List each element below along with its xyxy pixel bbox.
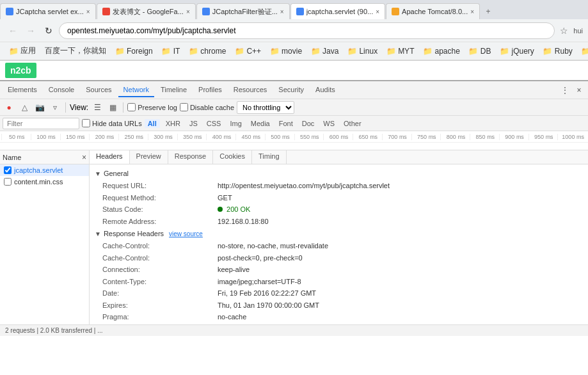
bookmark-onlinetool[interactable]: 📁 onlineTool bbox=[578, 45, 588, 57]
bookmark-star[interactable]: ☆ bbox=[560, 26, 568, 36]
filter-type-media[interactable]: Media bbox=[248, 119, 273, 128]
devtools-tab-sources[interactable]: Sources bbox=[81, 83, 116, 97]
throttle-select[interactable]: No throttling bbox=[237, 101, 294, 114]
detail-tab-preview[interactable]: Preview bbox=[130, 150, 168, 164]
disable-cache-checkbox[interactable]: Disable cache bbox=[180, 103, 234, 111]
detail-tab-cookies[interactable]: Cookies bbox=[213, 150, 252, 164]
filter-type-css[interactable]: CSS bbox=[203, 119, 225, 128]
bookmark-apache-label: apache bbox=[434, 47, 459, 56]
hide-data-urls-checkbox[interactable]: Hide data URLs bbox=[82, 119, 142, 127]
record-button[interactable]: ● bbox=[3, 101, 15, 114]
bookmark-ruby[interactable]: 📁 Ruby bbox=[539, 45, 576, 57]
bookmark-db[interactable]: 📁 DB bbox=[465, 45, 495, 57]
detail-tab-timing[interactable]: Timing bbox=[252, 150, 287, 164]
reload-button[interactable]: ↻ bbox=[41, 23, 56, 38]
filter-input[interactable] bbox=[3, 118, 79, 129]
devtools-tab-console[interactable]: Console bbox=[44, 83, 79, 97]
bookmark-baidu-label: 百度一下，你就知 bbox=[45, 45, 106, 56]
tab-1[interactable]: JCaptcha servlet ex... × bbox=[0, 3, 96, 19]
filter-type-doc[interactable]: Doc bbox=[299, 119, 318, 128]
status-ok-dot bbox=[218, 207, 223, 212]
apache-folder-icon: 📁 bbox=[423, 47, 432, 56]
file-checkbox-content-css[interactable] bbox=[4, 178, 12, 186]
devtools-more-btn[interactable]: ⋮ bbox=[559, 84, 571, 97]
disable-cache-input[interactable] bbox=[180, 103, 188, 111]
filter-type-xhr[interactable]: XHR bbox=[163, 119, 184, 128]
devtools-tab-network[interactable]: Network bbox=[118, 83, 154, 97]
tab-2-close[interactable]: × bbox=[186, 8, 190, 15]
files-panel-close[interactable]: × bbox=[82, 153, 86, 162]
tab-1-title: JCaptcha servlet ex... bbox=[16, 8, 84, 15]
bookmark-myt[interactable]: 📁 MYT bbox=[383, 45, 418, 57]
tab-5[interactable]: Apache Tomcat/8.0... × bbox=[386, 3, 480, 19]
address-bar[interactable] bbox=[59, 22, 555, 39]
request-method-key: Request Method: bbox=[102, 193, 218, 203]
bookmark-foreign[interactable]: 📁 Foreign bbox=[111, 45, 157, 57]
response-section-title: Response Headers bbox=[104, 230, 164, 237]
tab-3[interactable]: JCaptchaFilter验证... × bbox=[196, 3, 290, 19]
devtools-tab-security[interactable]: Security bbox=[273, 83, 309, 97]
forward-button[interactable]: → bbox=[23, 23, 38, 38]
response-date: Date: Fri, 19 Feb 2016 02:22:27 GMT bbox=[95, 287, 583, 299]
detail-tab-response[interactable]: Response bbox=[168, 150, 214, 164]
rh-expires-value: Thu, 01 Jan 1970 00:00:00 GMT bbox=[218, 300, 319, 311]
filter-type-other[interactable]: Other bbox=[340, 119, 365, 128]
devtools-tab-elements[interactable]: Elements bbox=[3, 83, 42, 97]
clear-button[interactable]: △ bbox=[18, 101, 31, 114]
tab-3-close[interactable]: × bbox=[280, 8, 284, 15]
tab-1-close[interactable]: × bbox=[86, 8, 90, 15]
bookmark-chrome[interactable]: 📁 chrome bbox=[185, 45, 230, 57]
response-view-source-link[interactable]: view source bbox=[169, 230, 203, 237]
new-tab-button[interactable]: + bbox=[481, 3, 496, 19]
bookmark-apache[interactable]: 📁 apache bbox=[419, 45, 463, 57]
devtools-tab-timeline[interactable]: Timeline bbox=[155, 83, 192, 97]
address-input[interactable] bbox=[67, 26, 546, 35]
bookmark-baidu[interactable]: 百度一下，你就知 bbox=[41, 44, 110, 58]
tab-5-close[interactable]: × bbox=[470, 8, 474, 15]
bookmark-movie[interactable]: 📁 movie bbox=[266, 45, 306, 57]
tab-5-title: Apache Tomcat/8.0... bbox=[402, 8, 468, 15]
rh-pragma-key: Pragma: bbox=[102, 312, 218, 323]
devtools-tab-audits[interactable]: Audits bbox=[310, 83, 340, 97]
preserve-log-input[interactable] bbox=[127, 103, 136, 111]
devtools-close-btn[interactable]: × bbox=[573, 84, 585, 97]
file-checkbox-jcaptcha[interactable] bbox=[4, 166, 12, 174]
tick-700: 700 ms bbox=[382, 134, 411, 140]
devtools-tab-profiles[interactable]: Profiles bbox=[193, 83, 227, 97]
request-url-key: Request URL: bbox=[102, 180, 218, 191]
hide-data-urls-input[interactable] bbox=[82, 119, 90, 127]
files-panel: Name × jcaptcha.servlet content.min.css bbox=[0, 150, 90, 324]
linux-folder-icon: 📁 bbox=[347, 47, 356, 56]
filter-type-font[interactable]: Font bbox=[276, 119, 296, 128]
capture-screenshots-btn[interactable]: 📷 bbox=[33, 101, 46, 114]
filter-type-js[interactable]: JS bbox=[186, 119, 201, 128]
remote-address-value: 192.168.0.18:80 bbox=[218, 216, 269, 227]
preserve-log-checkbox[interactable]: Preserve log bbox=[127, 103, 177, 111]
devtools-tab-resources[interactable]: Resources bbox=[228, 83, 273, 97]
bookmark-apps[interactable]: 📁 应用 bbox=[5, 44, 40, 58]
filter-toggle-btn[interactable]: ▿ bbox=[49, 101, 61, 114]
general-section-header[interactable]: ▼ General bbox=[95, 167, 583, 180]
tab-4-close[interactable]: × bbox=[376, 8, 379, 15]
file-item-jcaptcha[interactable]: jcaptcha.servlet bbox=[0, 164, 89, 176]
bookmark-it[interactable]: 📁 IT bbox=[158, 45, 184, 57]
bookmark-cpp[interactable]: 📁 C++ bbox=[231, 45, 265, 57]
tab-4[interactable]: jcaptcha.servlet (90... × bbox=[290, 3, 385, 19]
view-list-btn[interactable]: ☰ bbox=[91, 101, 104, 114]
bookmark-linux[interactable]: 📁 Linux bbox=[344, 45, 381, 57]
bookmark-jquery[interactable]: 📁 jQuery bbox=[497, 45, 538, 57]
filter-type-ws[interactable]: WS bbox=[320, 119, 338, 128]
back-button[interactable]: ← bbox=[5, 23, 20, 38]
tick-550: 550 ms bbox=[294, 134, 324, 140]
tick-800: 800 ms bbox=[440, 134, 470, 140]
view-large-btn[interactable]: ▦ bbox=[106, 101, 119, 114]
filter-type-img[interactable]: Img bbox=[226, 119, 244, 128]
bookmark-java[interactable]: 📁 Java bbox=[307, 45, 342, 57]
tab-2[interactable]: 发表博文 - GoogleFa... × bbox=[97, 3, 196, 19]
filter-type-all[interactable]: All bbox=[145, 119, 160, 128]
detail-tab-headers[interactable]: Headers bbox=[90, 150, 130, 164]
rh-connection-key: Connection: bbox=[102, 264, 218, 275]
java-folder-icon: 📁 bbox=[311, 47, 320, 56]
response-section-header[interactable]: ▼ Response Headers view source bbox=[95, 227, 583, 240]
file-item-content-css[interactable]: content.min.css bbox=[0, 176, 89, 188]
